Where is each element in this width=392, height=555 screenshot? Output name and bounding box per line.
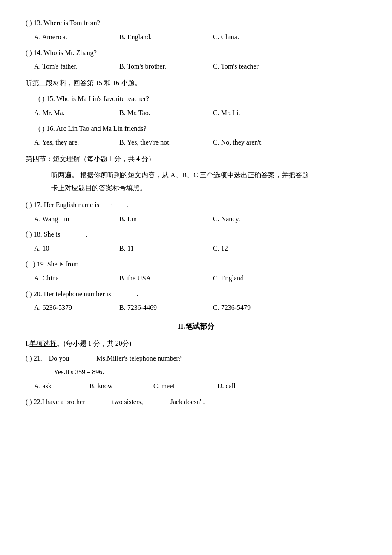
- q13-option-a[interactable]: A. America.: [34, 31, 119, 43]
- q21-option-d[interactable]: D. call: [217, 380, 236, 393]
- q21-text: 21.—Do you _______ Ms.Miller's telephone…: [34, 353, 182, 365]
- q21-option-a[interactable]: A. ask: [34, 380, 89, 393]
- q14-option-a[interactable]: A. Tom's father.: [34, 61, 119, 73]
- written-section1-header: I.单项选择。(每小题 1 分，共 20分): [26, 338, 366, 350]
- q21-option-c[interactable]: C. meet: [153, 380, 217, 393]
- q18-options: A. 10 B. 11 C. 12: [26, 243, 366, 255]
- q15-option-a[interactable]: A. Mr. Ma.: [34, 107, 119, 119]
- q14-option-c[interactable]: C. Tom's teacher.: [213, 61, 366, 73]
- q17-paren: ( ): [26, 199, 32, 211]
- q17-option-b[interactable]: B. Lin: [119, 213, 213, 225]
- q20-option-a[interactable]: A. 6236-5379: [34, 302, 119, 314]
- question-22: ( ) 22.I have a brother _______ two sist…: [26, 396, 366, 408]
- question-19: ( . ) 19. She is from _________. A. Chin…: [26, 258, 366, 285]
- question-15: ( ) 15. Who is Ma Lin's favorite teacher…: [26, 93, 366, 119]
- q16-text: 16. Are Lin Tao and Ma Lin friends?: [46, 123, 147, 135]
- q15-option-c[interactable]: C. Mr. Li.: [213, 107, 366, 119]
- q17-option-c[interactable]: C. Nancy.: [213, 213, 366, 225]
- q14-paren: ( ): [26, 47, 32, 59]
- q17-text: 17. Her English name is ___·____.: [34, 199, 128, 211]
- q16-option-a[interactable]: A. Yes, they are.: [34, 136, 119, 149]
- q15-paren: ( ): [38, 93, 45, 105]
- question-16: ( ) 16. Are Lin Tao and Ma Lin friends? …: [26, 123, 366, 149]
- q16-paren: ( ): [38, 123, 45, 135]
- section2-header: 听第二段材料，回答第 15 和 16 小题。: [26, 77, 366, 90]
- q20-option-c[interactable]: C. 7236-5479: [213, 302, 251, 314]
- q19-option-a[interactable]: A. China: [34, 272, 119, 285]
- q22-paren: ( ): [26, 396, 32, 408]
- q19-option-c[interactable]: C. England: [213, 272, 366, 285]
- q13-options: A. America. B. England. C. China.: [26, 31, 366, 43]
- q14-text: 14. Who is Mr. Zhang?: [34, 47, 97, 59]
- q20-option-b[interactable]: B. 7236-4469: [119, 302, 213, 314]
- q20-options: A. 6236-5379 B. 7236-4469 C. 7236-5479: [26, 302, 366, 314]
- question-17: ( ) 17. Her English name is ___·____. A.…: [26, 199, 366, 225]
- q13-text: 13. Where is Tom from?: [34, 17, 100, 29]
- q16-option-b[interactable]: B. Yes, they're not.: [119, 136, 213, 149]
- q18-paren: ( ): [26, 228, 32, 241]
- q13-option-b[interactable]: B. England.: [119, 31, 213, 43]
- q18-option-b[interactable]: B. 11: [119, 243, 213, 255]
- q18-option-c[interactable]: C. 12: [213, 243, 366, 255]
- q19-text: 19. She is from _________.: [37, 258, 113, 271]
- question-18: ( ) 18. She is _______. A. 10 B. 11 C. 1…: [26, 228, 366, 255]
- q20-text: 20. Her telephone number is _______.: [34, 288, 138, 301]
- q18-option-a[interactable]: A. 10: [34, 243, 119, 255]
- q19-paren: ( . ): [26, 258, 35, 271]
- q21-options: A. ask B. know C. meet D. call: [26, 380, 366, 393]
- q21-subtext: —Yes.It's 359－896.: [47, 366, 104, 379]
- q17-option-a[interactable]: A. Wang Lin: [34, 213, 119, 225]
- q16-options: A. Yes, they are. B. Yes, they're not. C…: [26, 136, 366, 149]
- question-14: ( ) 14. Who is Mr. Zhang? A. Tom's fathe…: [26, 47, 366, 73]
- q17-options: A. Wang Lin B. Lin C. Nancy.: [26, 213, 366, 225]
- q18-text: 18. She is _______.: [34, 228, 88, 241]
- q19-options: A. China B. the USA C. England: [26, 272, 366, 285]
- q21-option-b[interactable]: B. know: [89, 380, 153, 393]
- q22-text: 22.I have a brother _______ two sisters,…: [34, 396, 205, 408]
- section4-instruction: 听两遍。 根据你所听到的短文内容，从 A、B、C 三个选项中选出正确答案，并把答…: [51, 169, 366, 195]
- question-20: ( ) 20. Her telephone number is _______.…: [26, 288, 366, 315]
- q14-options: A. Tom's father. B. Tom's brother. C. To…: [26, 61, 366, 73]
- q20-paren: ( ): [26, 288, 32, 301]
- q15-option-b[interactable]: B. Mr. Tao.: [119, 107, 213, 119]
- q13-option-c[interactable]: C. China.: [213, 31, 366, 43]
- q21-paren: ( ): [26, 353, 32, 365]
- q19-option-b[interactable]: B. the USA: [119, 272, 213, 285]
- question-21: ( ) 21.—Do you _______ Ms.Miller's telep…: [26, 353, 366, 393]
- question-13: ( ) 13. Where is Tom from? A. America. B…: [26, 17, 366, 43]
- q15-text: 15. Who is Ma Lin's favorite teacher?: [46, 93, 149, 105]
- q14-option-b[interactable]: B. Tom's brother.: [119, 61, 213, 73]
- q15-options: A. Mr. Ma. B. Mr. Tao. C. Mr. Li.: [26, 107, 366, 119]
- section4-header: 第四节：短文理解（每小题 1 分，共 4 分）: [26, 153, 366, 165]
- written-section-divider: II.笔试部分: [26, 320, 366, 333]
- q13-paren: ( ): [26, 17, 32, 29]
- q16-option-c[interactable]: C. No, they aren't.: [213, 136, 263, 149]
